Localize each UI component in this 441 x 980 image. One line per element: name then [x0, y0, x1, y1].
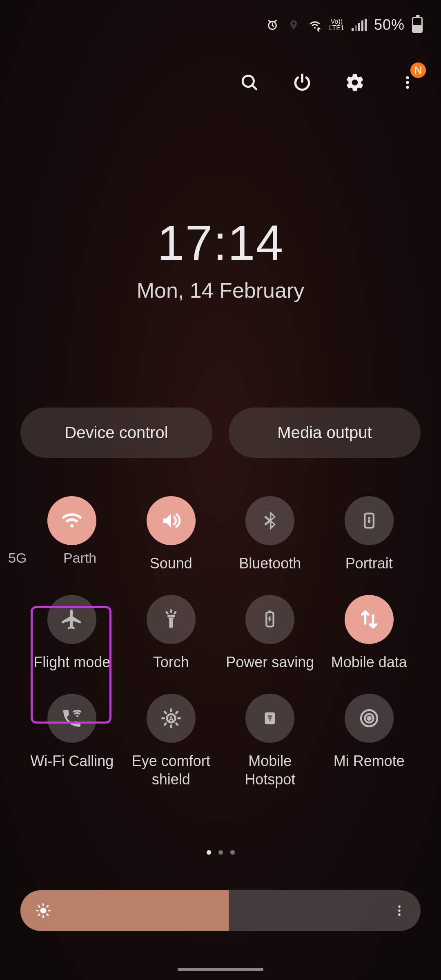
- qs-tile-wifi[interactable]: 5GParth: [22, 496, 122, 572]
- signal-icon: [352, 19, 367, 31]
- svg-text:A: A: [169, 715, 174, 723]
- svg-point-3: [406, 81, 409, 84]
- battery-percentage: 50%: [374, 16, 405, 33]
- battery-icon: [412, 17, 423, 33]
- torch-icon: [147, 595, 196, 644]
- svg-rect-7: [368, 519, 370, 523]
- volte-indicator: Vo)) LTE1: [329, 18, 344, 31]
- svg-point-4: [406, 86, 409, 89]
- clock-time: 17:14: [0, 214, 441, 271]
- qs-tile-label: Wi-Fi Calling: [30, 752, 114, 770]
- qs-tile-miremote[interactable]: Mi Remote: [320, 694, 419, 788]
- qs-tile-sublabel: Parth: [63, 550, 96, 566]
- settings-button[interactable]: [344, 71, 366, 94]
- clock-block: 17:14 Mon, 14 February: [0, 214, 441, 303]
- qs-tile-label: Power saving: [226, 653, 314, 671]
- eye-icon: A: [147, 694, 196, 743]
- remote-icon: [345, 694, 394, 743]
- hotspot-icon: [245, 694, 294, 743]
- svg-point-21: [398, 913, 401, 916]
- page-dot[interactable]: [218, 850, 223, 855]
- qs-tile-torch[interactable]: Torch: [122, 595, 221, 671]
- page-indicator: [0, 850, 441, 855]
- qs-tile-bluetooth[interactable]: Bluetooth: [220, 496, 320, 572]
- qs-tile-sound[interactable]: Sound: [122, 496, 221, 572]
- panel-actions: N: [238, 71, 419, 94]
- clock-date: Mon, 14 February: [0, 278, 441, 303]
- svg-rect-10: [269, 610, 272, 612]
- qs-tile-portrait[interactable]: Portrait: [320, 496, 419, 572]
- device-control-button[interactable]: Device control: [20, 408, 212, 458]
- notification-badge: N: [410, 62, 426, 78]
- svg-point-17: [368, 717, 370, 719]
- battery-icon: [245, 595, 294, 644]
- more-button[interactable]: N: [396, 71, 419, 94]
- status-bar: Vo)) LTE1 50%: [265, 16, 423, 33]
- media-output-button[interactable]: Media output: [229, 408, 421, 458]
- pill-row: Device control Media output: [20, 408, 421, 458]
- brightness-more-button[interactable]: [390, 890, 409, 931]
- svg-point-14: [269, 719, 271, 721]
- qs-tile-label: Bluetooth: [239, 554, 301, 572]
- qs-tile-eyecomfort[interactable]: AEye comfort shield: [122, 694, 221, 788]
- qs-tile-sublabel: 5G: [8, 550, 27, 566]
- search-button[interactable]: [238, 71, 261, 94]
- alarm-icon: [265, 18, 279, 32]
- svg-point-20: [398, 909, 401, 912]
- qs-tile-label: Portrait: [345, 554, 393, 572]
- brightness-icon: [34, 902, 52, 920]
- bluetooth-icon: [245, 496, 294, 545]
- qs-tile-label: Mobile Hotspot: [223, 752, 317, 788]
- svg-point-19: [398, 905, 401, 908]
- qs-tile-label: Mobile data: [331, 653, 407, 671]
- qs-tile-label: Eye comfort shield: [124, 752, 218, 788]
- portrait-icon: [345, 496, 394, 545]
- qs-tile-label: Torch: [153, 653, 189, 671]
- qs-tile-mobiledata[interactable]: Mobile data: [320, 595, 419, 671]
- highlight-flight-mode: [31, 606, 111, 724]
- svg-rect-8: [167, 615, 175, 617]
- svg-point-6: [368, 517, 370, 519]
- sound-icon: [147, 496, 196, 545]
- qs-tile-label: Mi Remote: [334, 752, 405, 770]
- wifi-status-icon: [308, 18, 322, 32]
- qs-tile-powersaving[interactable]: Power saving: [220, 595, 320, 671]
- wifi-icon: [47, 496, 96, 545]
- qs-tile-hotspot[interactable]: Mobile Hotspot: [220, 694, 320, 788]
- nav-handle[interactable]: [178, 968, 263, 971]
- svg-point-2: [406, 76, 409, 79]
- power-button[interactable]: [291, 71, 313, 94]
- qs-tile-label: Sound: [150, 554, 192, 572]
- page-dot[interactable]: [207, 850, 211, 855]
- svg-point-18: [40, 908, 47, 914]
- page-dot[interactable]: [230, 850, 235, 855]
- data-icon: [345, 595, 394, 644]
- location-icon: [287, 18, 301, 32]
- brightness-slider[interactable]: [20, 890, 421, 931]
